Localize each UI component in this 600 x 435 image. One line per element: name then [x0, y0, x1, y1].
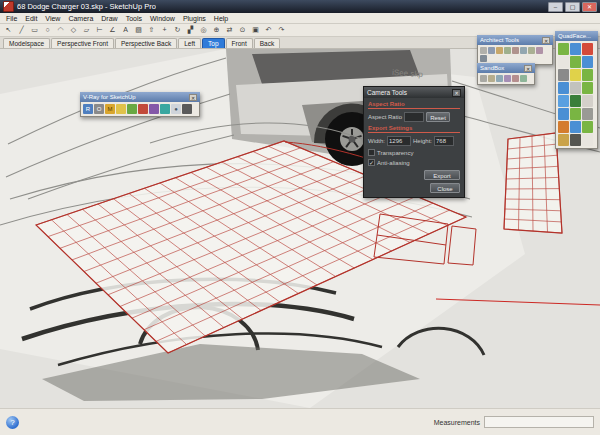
rotate-tool-icon[interactable]: ↻: [172, 25, 183, 35]
tab-modelspace[interactable]: Modelspace: [3, 38, 50, 48]
vray-options-icon[interactable]: O: [94, 104, 104, 114]
architect-tool-icon[interactable]: [512, 47, 519, 54]
sandbox-tool-icon[interactable]: [504, 75, 511, 82]
quadface-tool-icon[interactable]: [570, 95, 581, 107]
pan-tool-icon[interactable]: ⇄: [224, 25, 235, 35]
protractor-icon[interactable]: ∠: [107, 25, 118, 35]
antialiasing-checkbox[interactable]: ✓: [368, 159, 375, 166]
quadface-tool-icon[interactable]: [558, 69, 569, 81]
architect-tool-icon[interactable]: [496, 47, 503, 54]
quadface-tool-icon[interactable]: [582, 69, 593, 81]
height-input[interactable]: [434, 136, 454, 146]
sandbox-titlebar[interactable]: SandBox ✕: [477, 63, 535, 73]
export-button[interactable]: Export: [424, 170, 460, 180]
aspect-ratio-input[interactable]: [404, 112, 424, 122]
quadface-tool-icon[interactable]: [582, 43, 593, 55]
redo-icon[interactable]: ↷: [276, 25, 287, 35]
close-icon[interactable]: ✕: [542, 37, 550, 44]
select-tool-icon[interactable]: ↖: [3, 25, 14, 35]
architect-tools-titlebar[interactable]: Architect Tools ✕: [477, 35, 553, 45]
close-icon[interactable]: ✕: [189, 94, 197, 101]
quadface-tool-icon[interactable]: [570, 69, 581, 81]
quadface-tool-icon[interactable]: [582, 108, 593, 120]
vray-infinite-plane-icon[interactable]: [182, 104, 192, 114]
tab-perspective-back[interactable]: Perspective Back: [115, 38, 177, 48]
camera-tools-titlebar[interactable]: Camera Tools ✕: [364, 87, 464, 98]
sandbox-tool-icon[interactable]: [512, 75, 519, 82]
orbit-tool-icon[interactable]: ⊕: [211, 25, 222, 35]
architect-tool-icon[interactable]: [504, 47, 511, 54]
architect-tool-icon[interactable]: [480, 55, 487, 62]
polygon-tool-icon[interactable]: ◇: [68, 25, 79, 35]
menu-draw[interactable]: Draw: [97, 15, 121, 22]
sandbox-tool-icon[interactable]: [480, 75, 487, 82]
architect-tool-icon[interactable]: [536, 47, 543, 54]
menu-view[interactable]: View: [41, 15, 64, 22]
tab-back[interactable]: Back: [254, 38, 280, 48]
line-tool-icon[interactable]: ╱: [16, 25, 27, 35]
quadface-tool-icon[interactable]: [558, 56, 569, 68]
close-button[interactable]: Close: [430, 183, 460, 193]
architect-tool-icon[interactable]: [480, 47, 487, 54]
quadface-tool-icon[interactable]: [582, 56, 593, 68]
geolocation-status-icon[interactable]: ?: [6, 416, 19, 429]
text-tool-icon[interactable]: A: [120, 25, 131, 35]
menu-window[interactable]: Window: [146, 15, 179, 22]
sandbox-tool-icon[interactable]: [488, 75, 495, 82]
paint-bucket-icon[interactable]: ▨: [133, 25, 144, 35]
sandbox-tool-icon[interactable]: [496, 75, 503, 82]
close-icon[interactable]: ✕: [452, 89, 461, 97]
transparency-checkbox[interactable]: [368, 149, 375, 156]
vray-light-rect-icon[interactable]: [127, 104, 137, 114]
vray-light-ies-icon[interactable]: [160, 104, 170, 114]
close-icon[interactable]: ✕: [524, 65, 532, 72]
close-button[interactable]: ✕: [582, 2, 597, 12]
quadface-tool-icon[interactable]: [558, 43, 569, 55]
quadface-tool-icon[interactable]: [570, 82, 581, 94]
vray-light-spot-icon[interactable]: [138, 104, 148, 114]
quadface-titlebar[interactable]: QuadFace...: [555, 31, 598, 41]
vray-light-omni-icon[interactable]: [116, 104, 126, 114]
tab-left[interactable]: Left: [178, 38, 201, 48]
sandbox-tool-icon[interactable]: [520, 75, 527, 82]
tab-top[interactable]: Top: [202, 38, 224, 48]
menu-tools[interactable]: Tools: [122, 15, 146, 22]
push-pull-icon[interactable]: ⇧: [146, 25, 157, 35]
quadface-tool-icon[interactable]: [570, 134, 581, 146]
reset-button[interactable]: Reset: [426, 112, 450, 122]
quadface-tool-icon[interactable]: [558, 95, 569, 107]
vray-render-icon[interactable]: R: [83, 104, 93, 114]
measurements-input[interactable]: [484, 416, 594, 428]
menu-help[interactable]: Help: [210, 15, 232, 22]
zoom-tool-icon[interactable]: ⊙: [237, 25, 248, 35]
offset-tool-icon[interactable]: ◎: [198, 25, 209, 35]
menu-plugins[interactable]: Plugins: [179, 15, 210, 22]
quadface-tool-icon[interactable]: [582, 95, 593, 107]
scale-tool-icon[interactable]: ▞: [185, 25, 196, 35]
eraser-tool-icon[interactable]: ▱: [81, 25, 92, 35]
quadface-tool-icon[interactable]: [558, 121, 569, 133]
minimize-button[interactable]: –: [548, 2, 563, 12]
rectangle-tool-icon[interactable]: ▭: [29, 25, 40, 35]
quadface-tool-icon[interactable]: [558, 82, 569, 94]
tab-perspective-front[interactable]: Perspective Front: [51, 38, 114, 48]
architect-tool-icon[interactable]: [528, 47, 535, 54]
quadface-tool-icon[interactable]: [558, 108, 569, 120]
quadface-tool-icon[interactable]: [570, 108, 581, 120]
architect-tool-icon[interactable]: [520, 47, 527, 54]
menu-camera[interactable]: Camera: [64, 15, 97, 22]
quadface-tool-icon[interactable]: [558, 134, 569, 146]
quadface-tool-icon[interactable]: [570, 56, 581, 68]
quadface-tool-icon[interactable]: [582, 134, 593, 146]
architect-tool-icon[interactable]: [488, 47, 495, 54]
vray-light-dome-icon[interactable]: [149, 104, 159, 114]
tape-measure-icon[interactable]: ⊢: [94, 25, 105, 35]
menu-edit[interactable]: Edit: [21, 15, 41, 22]
vray-toolbar-titlebar[interactable]: V-Ray for SketchUp ✕: [80, 92, 200, 102]
zoom-extents-icon[interactable]: ▣: [250, 25, 261, 35]
move-tool-icon[interactable]: +: [159, 25, 170, 35]
vray-material-editor-icon[interactable]: M: [105, 104, 115, 114]
quadface-tool-icon[interactable]: [570, 43, 581, 55]
vray-sphere-icon[interactable]: ●: [171, 104, 181, 114]
width-input[interactable]: [387, 136, 411, 146]
